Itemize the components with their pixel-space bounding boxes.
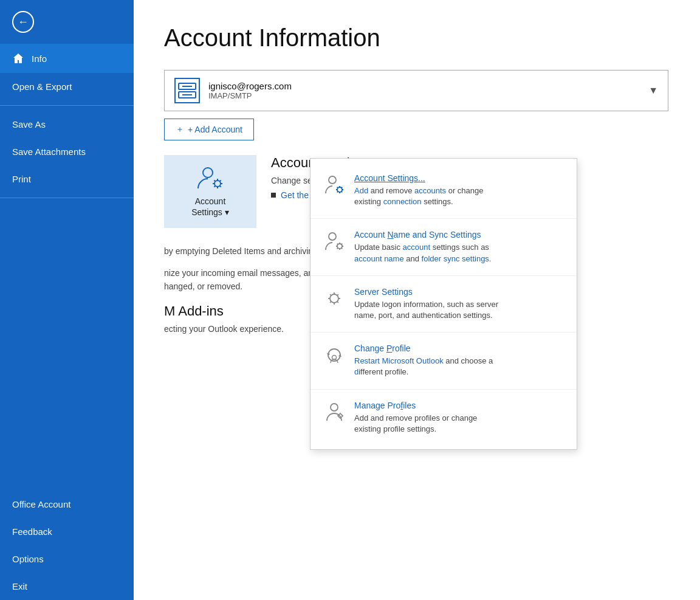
menu-item-account-name-sync-desc: Update basic account settings such asacc… <box>354 242 564 264</box>
sidebar-item-options[interactable]: Options <box>0 545 134 573</box>
menu-item-server-settings-title: Server Settings <box>354 287 564 297</box>
menu-item-account-settings-title: Account Settings... <box>354 173 564 183</box>
account-name-sync-icon <box>323 230 346 253</box>
home-icon <box>12 52 24 64</box>
svg-point-46 <box>331 404 338 411</box>
svg-point-24 <box>329 233 336 240</box>
account-settings-tile-button[interactable]: AccountSettings ▾ <box>164 155 256 228</box>
account-icon <box>174 78 200 103</box>
sidebar-item-print[interactable]: Print <box>0 165 134 193</box>
svg-line-10 <box>214 180 215 181</box>
svg-line-22 <box>341 187 342 188</box>
manage-profiles-icon <box>323 401 346 424</box>
svg-line-20 <box>337 187 338 188</box>
svg-line-30 <box>337 244 338 244</box>
menu-item-change-profile-content: Change Profile Restart Microsoft Outlook… <box>354 343 564 378</box>
menu-item-manage-profiles-content: Manage Profiles Add and remove profiles … <box>354 401 564 435</box>
dropdown-arrow-icon: ▼ <box>648 85 658 96</box>
sidebar-item-feedback[interactable]: Feedback <box>0 518 134 545</box>
sidebar-item-save-as-label: Save As <box>12 119 46 129</box>
menu-item-change-profile-title: Change Profile <box>354 343 564 353</box>
menu-item-server-settings-content: Server Settings Update logon information… <box>354 287 564 321</box>
sidebar-item-options-label: Options <box>12 554 44 564</box>
page-title: Account Information <box>164 24 670 52</box>
menu-divider-1 <box>311 218 577 219</box>
sidebar: ← Info Open & Export Save As Save Attach… <box>0 0 134 600</box>
svg-marker-43 <box>327 353 330 356</box>
svg-line-13 <box>214 185 215 187</box>
add-account-label: + Add Account <box>188 125 242 134</box>
sidebar-item-save-attachments[interactable]: Save Attachments <box>0 138 134 165</box>
menu-item-account-name-sync-title: Account Name and Sync Settings <box>354 230 564 240</box>
account-info: ignisco@rogers.com IMAP/SMTP <box>208 81 292 100</box>
main-content: Account Information ignisco@rogers.com I… <box>134 0 700 600</box>
svg-line-32 <box>341 244 342 244</box>
svg-line-39 <box>330 294 331 295</box>
menu-item-account-name-sync-content: Account Name and Sync Settings Update ba… <box>354 230 564 264</box>
sidebar-nav: Info Open & Export Save As Save Attachme… <box>0 44 134 600</box>
account-settings-dropdown: Account Settings... Add and remove accou… <box>310 158 577 450</box>
svg-line-12 <box>220 180 221 181</box>
menu-divider-4 <box>311 389 577 390</box>
svg-line-41 <box>337 294 338 295</box>
sidebar-item-exit-label: Exit <box>12 581 27 591</box>
menu-divider-2 <box>311 275 577 276</box>
sidebar-item-feedback-label: Feedback <box>12 526 52 537</box>
svg-point-5 <box>214 181 221 187</box>
back-icon: ← <box>12 11 34 33</box>
menu-item-server-settings-desc: Update logon information, such as server… <box>354 299 564 321</box>
menu-item-account-settings[interactable]: Account Settings... Add and remove accou… <box>311 165 577 216</box>
bullet-icon <box>271 193 276 198</box>
svg-line-23 <box>337 191 338 192</box>
account-type: IMAP/SMTP <box>208 91 292 100</box>
svg-line-42 <box>330 301 331 302</box>
server-settings-icon <box>323 287 346 310</box>
account-settings-icon <box>194 165 226 191</box>
svg-point-14 <box>329 176 336 184</box>
menu-item-manage-profiles[interactable]: Manage Profiles Add and remove profiles … <box>311 392 577 443</box>
menu-item-manage-profiles-title: Manage Profiles <box>354 401 564 410</box>
sidebar-item-open-export[interactable]: Open & Export <box>0 73 134 100</box>
tile-label: AccountSettings ▾ <box>191 196 228 218</box>
menu-item-change-profile[interactable]: Change Profile Restart Microsoft Outlook… <box>311 335 577 386</box>
menu-item-account-settings-desc: Add and remove accounts or changeexistin… <box>354 185 564 207</box>
sidebar-divider-1 <box>0 105 134 106</box>
account-selector[interactable]: ignisco@rogers.com IMAP/SMTP ▼ <box>164 70 668 111</box>
menu-item-server-settings[interactable]: Server Settings Update logon information… <box>311 278 577 329</box>
sidebar-item-exit[interactable]: Exit <box>0 573 134 600</box>
account-settings-menu-icon <box>323 173 346 196</box>
menu-item-account-name-sync[interactable]: Account Name and Sync Settings Update ba… <box>311 221 577 272</box>
plus-icon: ＋ <box>176 124 184 135</box>
svg-line-31 <box>341 248 342 249</box>
svg-line-21 <box>341 191 342 192</box>
sidebar-item-print-label: Print <box>12 174 31 184</box>
svg-point-25 <box>337 244 342 249</box>
sidebar-item-office-account-label: Office Account <box>12 499 70 509</box>
sidebar-item-info-label: Info <box>32 53 47 64</box>
svg-marker-44 <box>338 354 341 357</box>
sidebar-item-save-as[interactable]: Save As <box>0 111 134 138</box>
sidebar-item-info[interactable]: Info <box>0 44 134 73</box>
sidebar-item-office-account[interactable]: Office Account <box>0 491 134 518</box>
menu-item-manage-profiles-desc: Add and remove profiles or changeexistin… <box>354 413 564 435</box>
svg-line-40 <box>337 301 338 302</box>
add-account-button[interactable]: ＋ + Add Account <box>164 119 254 140</box>
menu-item-change-profile-desc: Restart Microsoft Outlook and choose adi… <box>354 356 564 378</box>
account-email: ignisco@rogers.com <box>208 81 292 91</box>
change-profile-icon <box>323 343 346 367</box>
menu-divider-3 <box>311 332 577 333</box>
svg-line-33 <box>337 248 338 249</box>
svg-point-4 <box>203 168 213 178</box>
svg-point-15 <box>337 187 342 192</box>
sidebar-bottom: Office Account Feedback Options Exit <box>0 491 134 600</box>
sidebar-divider-2 <box>0 198 134 198</box>
menu-item-account-settings-content: Account Settings... Add and remove accou… <box>354 173 564 207</box>
back-button[interactable]: ← <box>0 0 134 44</box>
svg-line-11 <box>220 185 221 187</box>
sidebar-item-open-export-label: Open & Export <box>12 81 72 92</box>
sidebar-item-save-attachments-label: Save Attachments <box>12 147 86 157</box>
